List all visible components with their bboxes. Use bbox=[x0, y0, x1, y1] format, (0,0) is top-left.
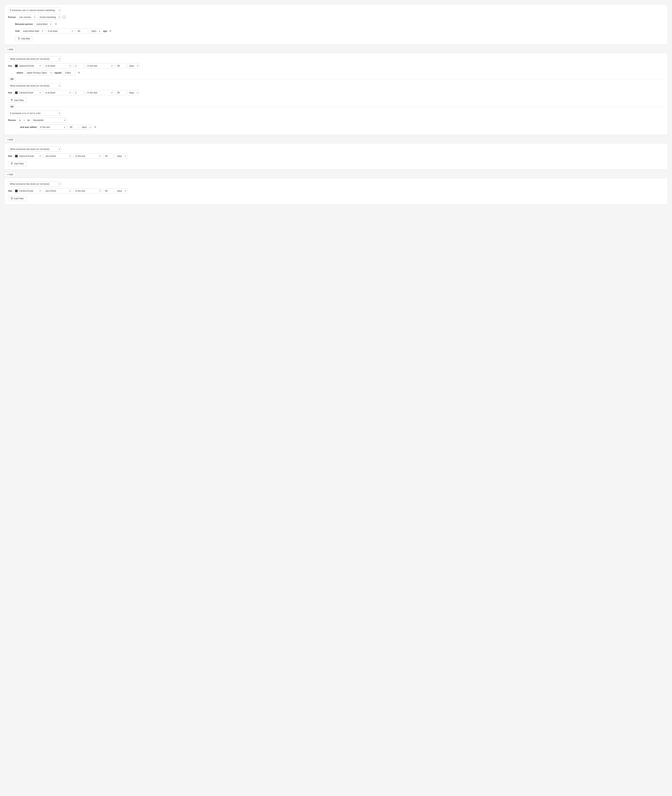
count-input-2a[interactable] bbox=[74, 63, 84, 68]
person-label: Person bbox=[8, 16, 16, 18]
block-marketing: If someone can or cannot receive marketi… bbox=[4, 4, 668, 45]
time-unit-select-2a[interactable]: days bbox=[127, 63, 139, 68]
equals-label: equals bbox=[54, 71, 62, 74]
subscribed-select[interactable]: subscribed bbox=[34, 21, 53, 27]
or-button-2[interactable]: OR bbox=[8, 105, 16, 109]
and-button-2[interactable]: + AND bbox=[4, 137, 16, 142]
because-person-label: Because person bbox=[15, 23, 33, 26]
has-label-3: Has bbox=[8, 155, 12, 157]
in-the-last-select-4[interactable]: in the last bbox=[74, 188, 102, 194]
sub-block-opened-email: What someone has done (or not done) Has … bbox=[8, 56, 664, 75]
time-value-input-3[interactable] bbox=[103, 154, 114, 159]
remove-where-button[interactable]: ✕ bbox=[77, 71, 81, 75]
marketing-type-select[interactable]: If someone can or cannot receive marketi… bbox=[8, 8, 61, 13]
what-done-select-4[interactable]: What someone has done (or not done) bbox=[8, 181, 61, 186]
person-label-2c: Person bbox=[8, 119, 16, 122]
filter-icon-4 bbox=[11, 197, 13, 200]
or-divider-1: OR bbox=[8, 77, 664, 81]
opened-email-select-3[interactable]: Opened Email bbox=[14, 154, 42, 159]
remove-and-button[interactable]: ✕ bbox=[109, 29, 112, 33]
or-button-1[interactable]: OR bbox=[8, 77, 16, 81]
where-label: where bbox=[16, 71, 23, 74]
or-line-2 bbox=[17, 107, 664, 107]
in-the-last-select-2c[interactable]: in the last bbox=[38, 125, 66, 130]
time-value-input-2c[interactable] bbox=[68, 125, 78, 130]
is-at-least-select-2a[interactable]: is at least bbox=[43, 63, 72, 68]
zero-times-select-3[interactable]: zero times bbox=[43, 154, 72, 159]
in-the-last-select-3[interactable]: in the last bbox=[74, 154, 102, 159]
add-filter-button-2b[interactable]: Add Filter bbox=[8, 98, 27, 103]
is-at-least-select[interactable]: is at least bbox=[46, 29, 74, 34]
equals-value-input[interactable] bbox=[63, 70, 76, 75]
filter-icon bbox=[18, 37, 20, 40]
add-filter-button-4[interactable]: Add Filter bbox=[8, 196, 27, 201]
clicked-email-select-4[interactable]: Clicked Email bbox=[14, 188, 42, 194]
clicked-email-select[interactable]: Clicked Email bbox=[14, 90, 42, 95]
and-was-added-label: and was added bbox=[20, 126, 37, 128]
time-unit-select-2c[interactable]: days bbox=[80, 125, 92, 130]
count-input-2b[interactable] bbox=[74, 90, 84, 95]
list-type-select[interactable]: If someone is in or not in a list bbox=[8, 111, 61, 116]
can-receive-select[interactable]: can receive bbox=[17, 14, 36, 20]
and-connector-2: + AND bbox=[4, 137, 16, 142]
block-opened-zero: What someone has done (or not done) Has … bbox=[4, 143, 668, 170]
time-value-input-2b[interactable] bbox=[115, 90, 126, 95]
or-divider-2: OR bbox=[8, 105, 664, 109]
person-is-select[interactable]: is bbox=[17, 118, 26, 123]
in-the-last-select-2a[interactable]: in the last bbox=[85, 63, 114, 68]
has-label-2a: Has bbox=[8, 64, 12, 67]
ago-label: ago bbox=[103, 30, 107, 32]
in-the-last-select-2b[interactable]: in the last bbox=[85, 90, 114, 95]
time-unit-select-4[interactable]: days bbox=[115, 188, 127, 194]
has-label-4: Has bbox=[8, 189, 12, 192]
add-filter-label-4: Add Filter bbox=[14, 197, 24, 200]
subscribed-date-select[interactable]: subscribed date bbox=[21, 29, 45, 34]
what-done-select-2b[interactable]: What someone has done (or not done) bbox=[8, 83, 61, 88]
days-unit-select[interactable]: days bbox=[90, 29, 102, 34]
time-value-input-2a[interactable] bbox=[115, 63, 126, 68]
newsletter-select[interactable]: Newsletter bbox=[31, 118, 67, 123]
and-connector-3: + AND bbox=[4, 172, 16, 177]
is-at-least-select-2b[interactable]: is at least bbox=[43, 90, 72, 95]
sub-block-clicked-email: What someone has done (or not done) Has … bbox=[8, 83, 664, 103]
remove-list-filter-button[interactable]: ✕ bbox=[93, 125, 97, 129]
add-filter-label-2b: Add Filter bbox=[14, 99, 24, 102]
zero-times-select-4[interactable]: zero times bbox=[43, 188, 72, 194]
and-button-1[interactable]: + AND bbox=[4, 47, 16, 52]
what-done-select-3[interactable]: What someone has done (or not done) bbox=[8, 147, 61, 152]
days-value-input[interactable] bbox=[76, 29, 88, 34]
opened-email-select[interactable]: Opened Email bbox=[14, 63, 42, 68]
time-unit-select-2b[interactable]: days bbox=[127, 90, 139, 95]
time-unit-select-3[interactable]: days bbox=[115, 154, 127, 159]
time-value-input-4[interactable] bbox=[103, 188, 114, 194]
add-filter-label-1: Add filter bbox=[21, 37, 30, 40]
info-icon[interactable]: i bbox=[62, 16, 66, 19]
add-filter-label-3: Add Filter bbox=[14, 162, 24, 165]
sub-block-list: If someone is in or not in a list Person… bbox=[8, 111, 664, 130]
and-button-3[interactable]: + AND bbox=[4, 172, 16, 177]
filter-icon-2b bbox=[11, 99, 13, 101]
what-done-select-2a[interactable]: What someone has done (or not done) bbox=[8, 56, 61, 61]
email-marketing-select[interactable]: email marketing bbox=[38, 14, 61, 20]
remove-because-button[interactable]: ✕ bbox=[54, 22, 58, 26]
add-filter-button-1[interactable]: Add filter bbox=[15, 36, 33, 41]
add-filter-button-3[interactable]: Add Filter bbox=[8, 161, 27, 166]
and-connector-1: + AND bbox=[4, 47, 16, 52]
apple-privacy-select[interactable]: Apple Privacy Open bbox=[25, 70, 53, 75]
block-or-group: What someone has done (or not done) Has … bbox=[4, 53, 668, 135]
marketing-type-wrapper[interactable]: If someone can or cannot receive marketi… bbox=[8, 8, 61, 13]
has-label-2b: Has bbox=[8, 91, 12, 94]
and-label: And bbox=[15, 30, 19, 32]
block-clicked-zero: What someone has done (or not done) Has … bbox=[4, 178, 668, 204]
filter-icon-3 bbox=[11, 162, 13, 165]
in-label: in bbox=[27, 119, 30, 122]
